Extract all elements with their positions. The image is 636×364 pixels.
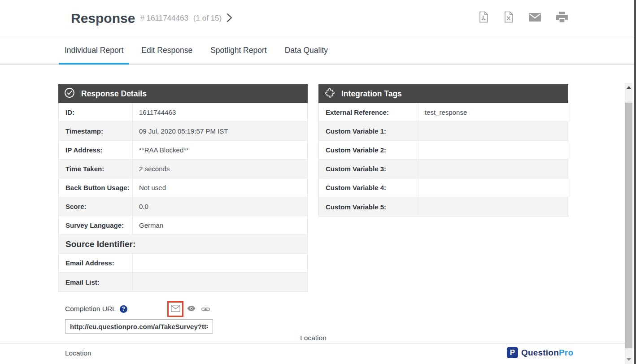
completion-url-label: Completion URL <box>65 305 116 313</box>
email-icon[interactable] <box>529 13 541 22</box>
triangle-down-icon <box>627 358 631 361</box>
row-label: External Reference: <box>319 103 418 121</box>
email-completion-url-button[interactable] <box>167 301 183 317</box>
table-row: Custom Variable 5: <box>319 197 568 216</box>
table-row: External Reference:test_response <box>319 103 568 122</box>
row-label: Timestamp: <box>59 122 133 140</box>
row-label: Custom Variable 5: <box>319 197 418 216</box>
location-label: Location <box>65 349 91 357</box>
pdf-export-icon[interactable] <box>479 11 488 23</box>
table-row: Survey Language:German <box>59 216 307 235</box>
table-row: ID:1611744463 <box>59 103 307 122</box>
row-value: Not used <box>133 178 307 197</box>
help-icon[interactable]: ? <box>120 305 127 313</box>
row-value <box>418 178 568 197</box>
response-details-body: ID:1611744463Timestamp:09 Jul, 2020 05:1… <box>58 103 308 292</box>
row-value: **RAA Blocked** <box>133 141 307 159</box>
row-value <box>133 254 307 272</box>
tab-data-quality[interactable]: Data Quality <box>279 37 334 64</box>
eye-icon <box>187 305 196 313</box>
print-icon[interactable] <box>556 12 568 22</box>
copy-link-button[interactable] <box>201 306 210 314</box>
check-circle-icon <box>64 87 75 100</box>
row-value: 1611744463 <box>133 103 307 121</box>
questionpro-logo-text: QuestionPro <box>521 348 573 358</box>
row-label: Email Address: <box>59 254 133 272</box>
table-row: IP Address:**RAA Blocked** <box>59 141 307 160</box>
row-label: Time Taken: <box>59 160 133 178</box>
puzzle-icon <box>324 87 335 100</box>
row-label: Survey Language: <box>59 216 133 234</box>
table-row: Custom Variable 4: <box>319 178 568 197</box>
row-label: Back Button Usage: <box>59 178 133 197</box>
integration-tags-table: Integration Tags External Reference:test… <box>318 84 568 217</box>
tab-edit-response[interactable]: Edit Response <box>135 37 198 64</box>
section-label: Source Identifier: <box>59 235 307 253</box>
table-row: Custom Variable 3: <box>319 160 568 178</box>
row-label: Custom Variable 1: <box>319 122 418 140</box>
row-label: Score: <box>59 197 133 216</box>
row-value: test_response <box>418 103 568 121</box>
vertical-scrollbar[interactable] <box>625 83 632 364</box>
row-value <box>133 273 307 291</box>
table-title: Response Details <box>81 89 147 99</box>
row-value <box>418 160 568 178</box>
row-label: Custom Variable 4: <box>319 178 418 197</box>
response-pagination: (1 of 15) <box>193 14 222 23</box>
completion-url-input[interactable] <box>65 319 213 334</box>
table-row: Custom Variable 2: <box>319 141 568 160</box>
page-header: Response # 1611744463 (1 of 15) <box>0 0 636 36</box>
scroll-up-button[interactable] <box>625 83 632 92</box>
title-row: Response # 1611744463 (1 of 15) <box>71 0 222 36</box>
link-icon <box>201 306 210 313</box>
row-label: ID: <box>59 103 133 121</box>
section-divider <box>0 343 625 343</box>
response-details-table: Response Details ID:1611744463Timestamp:… <box>58 84 308 292</box>
integration-tags-header: Integration Tags <box>318 84 568 103</box>
questionpro-logo[interactable]: P QuestionPro <box>507 347 573 358</box>
triangle-up-icon <box>627 86 631 89</box>
row-value <box>418 122 568 140</box>
integration-tags-body: External Reference:test_responseCustom V… <box>318 103 568 217</box>
header-actions <box>479 11 568 23</box>
row-value <box>418 197 568 216</box>
table-row: Source Identifier: <box>59 235 307 254</box>
response-report-page: Response # 1611744463 (1 of 15) <box>0 0 636 364</box>
row-label: Custom Variable 2: <box>319 141 418 159</box>
tab-individual-report[interactable]: Individual Report <box>59 37 129 64</box>
row-label: IP Address: <box>59 141 133 159</box>
questionpro-logo-icon: P <box>507 347 518 358</box>
completion-url-label-row: Completion URL ? <box>65 305 127 313</box>
scrollbar-thumb[interactable] <box>625 103 632 348</box>
row-value: German <box>133 216 307 234</box>
envelope-icon <box>171 305 180 314</box>
row-value: 2 seconds <box>133 160 307 178</box>
location-section-title: Location <box>58 334 568 342</box>
chevron-right-icon <box>227 13 232 24</box>
page-title: Response <box>71 11 135 26</box>
table-row: Custom Variable 1: <box>319 122 568 141</box>
table-title: Integration Tags <box>341 89 402 99</box>
tab-spotlight-report[interactable]: Spotlight Report <box>205 37 273 64</box>
table-row: Email List: <box>59 273 307 291</box>
row-label: Custom Variable 3: <box>319 160 418 178</box>
brand-text-pro: Pro <box>559 348 573 357</box>
report-tab-bar: Individual Report Edit Response Spotligh… <box>0 37 636 65</box>
row-value <box>418 141 568 159</box>
completion-url-section: Completion URL ? <box>65 301 213 335</box>
window-right-edge <box>634 0 636 364</box>
table-row: Timestamp:09 Jul, 2020 05:19:57 PM IST <box>59 122 307 141</box>
table-row: Score:0.0 <box>59 197 307 216</box>
brand-text-question: Question <box>521 348 559 357</box>
scroll-down-button[interactable] <box>625 355 632 364</box>
row-label: Email List: <box>59 273 133 291</box>
next-response-button[interactable] <box>223 13 235 24</box>
table-row: Back Button Usage:Not used <box>59 178 307 197</box>
table-row: Email Address: <box>59 254 307 273</box>
preview-completion-url-button[interactable] <box>187 305 196 313</box>
response-details-header: Response Details <box>58 84 308 103</box>
response-id: # 1611744463 <box>140 14 188 23</box>
excel-export-icon[interactable] <box>504 11 514 23</box>
row-value: 09 Jul, 2020 05:19:57 PM IST <box>133 122 307 140</box>
row-value: 0.0 <box>133 197 307 216</box>
